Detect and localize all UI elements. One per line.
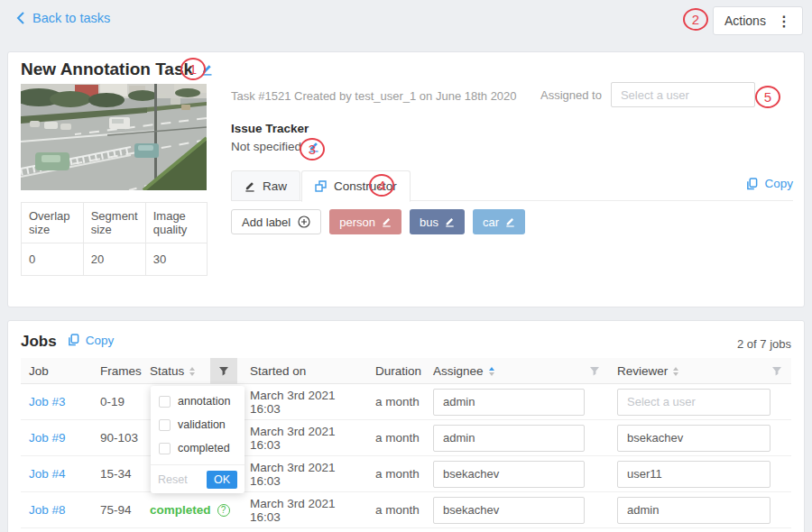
label-tag-person[interactable]: person — [329, 209, 401, 234]
annotation-marker-5: 5 — [755, 86, 780, 108]
job-4-started: March 3rd 2021 16:03 — [237, 461, 366, 488]
col-job: Job — [21, 364, 100, 378]
jobs-table: Job Frames Status Started on Duration As… — [21, 358, 791, 528]
question-circle-icon[interactable]: ? — [217, 504, 230, 517]
job-3-assignee-input[interactable] — [433, 389, 585, 416]
add-label-text: Add label — [242, 216, 291, 229]
back-label: Back to tasks — [32, 11, 110, 25]
annotation-marker-2: 2 — [683, 8, 708, 31]
add-label-button[interactable]: Add label — [231, 209, 321, 234]
job-4-frames: 15-34 — [100, 467, 150, 481]
edit-label-person-icon[interactable] — [382, 216, 392, 227]
filter-funnel-icon — [771, 366, 782, 377]
job-4-assignee-input[interactable] — [433, 461, 585, 488]
params-header-row: Overlap size Segment size Image quality — [22, 203, 208, 243]
reviewer-sort-icon[interactable] — [673, 367, 678, 376]
assigned-to-input[interactable] — [611, 82, 755, 107]
filter-option-completed-label: completed — [178, 442, 230, 454]
copy-jobs-link[interactable]: Copy — [68, 334, 115, 347]
job-8-assignee-input[interactable] — [433, 497, 585, 524]
copy-jobs-label: Copy — [86, 334, 115, 347]
job-9-link[interactable]: Job #9 — [21, 431, 100, 445]
annotation-marker-1: 1 — [180, 58, 206, 80]
checkbox-validation[interactable] — [159, 419, 171, 431]
job-8-started: March 3rd 2021 16:03 — [237, 497, 366, 524]
job-8-status-text: completed — [150, 503, 211, 517]
col-duration: Duration — [366, 364, 426, 378]
copy-labels-link[interactable]: Copy — [746, 177, 793, 190]
filter-option-annotation[interactable]: annotation — [151, 390, 245, 413]
label-car-name: car — [483, 216, 499, 229]
params-value-row: 0 20 30 — [22, 243, 208, 276]
jobs-count: 2 of 7 jobs — [737, 337, 791, 351]
col-assignee[interactable]: Assignee — [426, 364, 581, 378]
jobs-title: Jobs — [21, 333, 57, 351]
checkbox-completed[interactable] — [159, 443, 171, 454]
col-reviewer[interactable]: Reviewer — [608, 364, 762, 378]
filter-option-annotation-label: annotation — [178, 395, 230, 408]
job-4-reviewer-input[interactable] — [617, 461, 770, 488]
filter-option-completed[interactable]: completed — [151, 436, 245, 460]
more-icon[interactable]: ⋮ — [777, 13, 791, 30]
assignee-filter-button[interactable] — [581, 358, 608, 384]
assignee-sort-icon[interactable] — [489, 367, 494, 376]
col-reviewer-label: Reviewer — [617, 364, 668, 378]
param-segment-header: Segment size — [83, 203, 145, 243]
status-filter-button[interactable] — [210, 358, 237, 384]
actions-button[interactable]: Actions ⋮ — [713, 6, 803, 35]
status-sort-icon[interactable] — [189, 367, 195, 376]
param-segment-value: 20 — [83, 243, 145, 276]
copy-labels-label: Copy — [764, 177, 793, 190]
task-parameters-table: Overlap size Segment size Image quality … — [21, 202, 208, 276]
task-preview-image — [21, 84, 207, 190]
job-3-reviewer-input[interactable] — [617, 389, 770, 416]
param-overlap-header: Overlap size — [22, 203, 84, 243]
jobs-card: Jobs Copy 2 of 7 jobs Job Frames Status — [7, 320, 805, 532]
label-tag-bus[interactable]: bus — [410, 209, 465, 234]
jobs-header-row: Jobs Copy — [21, 333, 114, 351]
annotation-marker-3: 3 — [300, 138, 325, 161]
edit-label-car-icon[interactable] — [505, 216, 515, 227]
job-8-link[interactable]: Job #8 — [21, 503, 100, 517]
labels-tabs-bar: Raw Constructor Copy — [231, 170, 793, 201]
job-9-started: March 3rd 2021 16:03 — [237, 425, 366, 452]
job-9-assignee-input[interactable] — [433, 425, 585, 452]
label-tag-car[interactable]: car — [473, 209, 525, 234]
page: Back to tasks Actions ⋮ New Annotation T… — [0, 0, 812, 532]
task-title: New Annotation Task — [21, 60, 193, 79]
copy-icon — [746, 178, 758, 190]
tab-raw[interactable]: Raw — [231, 170, 300, 201]
col-assignee-label: Assignee — [433, 364, 484, 378]
job-8-reviewer-input[interactable] — [617, 497, 770, 524]
filter-option-validation[interactable]: validation — [151, 413, 245, 436]
job-8-frames: 75-94 — [100, 503, 150, 517]
col-frames: Frames — [100, 364, 150, 378]
checkbox-annotation[interactable] — [159, 396, 171, 408]
job-9-reviewer-input[interactable] — [617, 425, 770, 452]
job-3-link[interactable]: Job #3 — [21, 395, 100, 408]
annotation-marker-4: 4 — [369, 174, 394, 197]
filter-reset-button[interactable]: Reset — [158, 473, 188, 486]
param-quality-header: Image quality — [145, 203, 207, 243]
back-to-tasks-link[interactable]: Back to tasks — [16, 11, 110, 25]
block-icon — [315, 180, 327, 192]
job-3-started: March 3rd 2021 16:03 — [237, 389, 366, 416]
issue-tracker-label: Issue Tracker — [231, 122, 309, 135]
job-9-duration: a month — [366, 431, 426, 445]
job-8-duration: a month — [366, 503, 426, 517]
edit-label-bus-icon[interactable] — [445, 216, 455, 227]
job-4-link[interactable]: Job #4 — [21, 467, 100, 481]
reviewer-filter-button[interactable] — [762, 358, 791, 384]
job-8-status: completed ? — [150, 503, 237, 517]
col-status[interactable]: Status — [150, 364, 210, 378]
assigned-to-label: Assigned to — [540, 88, 602, 102]
job-4-duration: a month — [366, 467, 426, 481]
jobs-table-header: Job Frames Status Started on Duration As… — [21, 358, 791, 384]
filter-ok-button[interactable]: OK — [207, 471, 237, 489]
col-status-label: Status — [150, 364, 184, 378]
task-meta-text: Task #1521 Created by test_user_1 on Jun… — [231, 89, 517, 103]
param-overlap-value: 0 — [22, 243, 84, 276]
status-filter-dropdown: annotation validation completed Reset OK — [151, 386, 245, 493]
back-chevron-icon — [16, 12, 24, 24]
plus-circle-icon — [298, 216, 310, 228]
